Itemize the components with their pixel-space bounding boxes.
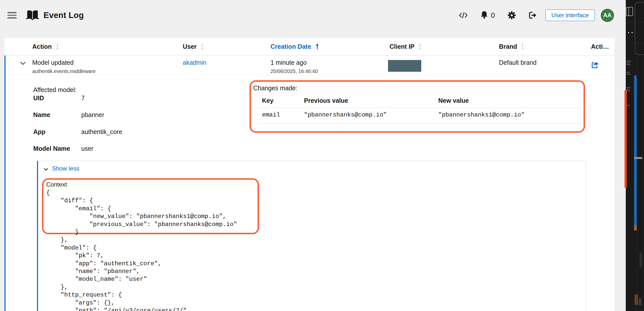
divider [626, 22, 644, 22]
user-link[interactable]: akadmin [183, 59, 206, 66]
columns-layout-icon[interactable] [626, 7, 633, 16]
cell-client-ip [390, 56, 499, 75]
dot [632, 32, 633, 33]
table-header: Action User Creation Date Client IP Bran… [4, 38, 614, 56]
event-table: Action User Creation Date Client IP Bran… [4, 38, 614, 311]
show-less-label[interactable]: Show less [52, 165, 79, 172]
share-icon [591, 62, 599, 69]
dot [628, 32, 629, 33]
event-app: authentik.events.middleware [32, 68, 183, 74]
changes-key: email [262, 112, 280, 118]
context-json: { "diff": { "email": { "new_value": "pba… [46, 189, 237, 311]
field-value: user [81, 145, 94, 152]
column-header-action[interactable]: Action [32, 38, 183, 55]
changes-title: Changes made: [253, 84, 298, 92]
changes-new-value: "pbannershanks1@comp.io" [438, 112, 525, 118]
gear-icon[interactable] [508, 11, 516, 20]
mini-scroll-track [634, 76, 637, 225]
cell-brand: Default brand [499, 56, 591, 75]
row-expand-toggle[interactable] [20, 62, 32, 66]
changes-previous-value: "pbannershanks@comp.io" [304, 112, 387, 118]
annotation-bar-edge [624, 90, 627, 188]
column-header-brand[interactable]: Brand [499, 38, 591, 55]
table-row: Model updated authentik.events.middlewar… [4, 56, 614, 75]
field-value: pbanner [81, 111, 104, 118]
changes-col-key: Key [262, 97, 274, 104]
context-card: Show less Context { "diff": { "email": {… [37, 161, 586, 311]
sort-asc-icon [315, 43, 319, 50]
sort-icon [56, 43, 59, 50]
column-header-creation-date[interactable]: Creation Date [270, 38, 390, 55]
open-event-button[interactable] [591, 62, 599, 70]
sign-out-icon[interactable] [528, 11, 537, 19]
column-header-user[interactable]: User [183, 38, 270, 55]
field-value: 7 [81, 94, 85, 102]
divider [626, 43, 644, 43]
changes-col-new: New value [438, 97, 469, 104]
divider [637, 43, 637, 311]
cell-user: akadmin [183, 56, 270, 75]
notification-count: 0 [491, 11, 495, 20]
divider [258, 108, 586, 108]
page-title: Event Log [44, 10, 84, 20]
bell-icon [480, 10, 488, 20]
event-action: Model updated [32, 59, 183, 66]
brand-name: Default brand [499, 59, 536, 66]
annotation-rect-changes [250, 80, 585, 132]
field-value: authentik_core [81, 128, 122, 136]
secondary-window-sliver [626, 0, 644, 311]
mini-scroll-end [634, 225, 637, 230]
scrollbar-thumb[interactable] [634, 157, 642, 159]
field-label: UID [33, 94, 44, 102]
context-label: Context [46, 181, 67, 188]
column-header-actions: Acti… [591, 38, 614, 55]
sort-icon [201, 43, 204, 50]
masthead: Event Log 0 [0, 0, 644, 38]
divider [642, 43, 642, 311]
changes-col-previous: Previous value [304, 97, 348, 104]
notifications-button[interactable]: 0 [480, 10, 495, 20]
chevron-down-icon [20, 62, 26, 65]
cell-creation-date: 1 minute ago 25/06/2025, 16:46:40 [270, 56, 390, 75]
divider [258, 124, 586, 124]
sort-icon [418, 43, 422, 50]
sort-icon [521, 43, 524, 50]
field-label: Name [33, 111, 50, 118]
cell-actions [591, 56, 614, 75]
user-interface-button[interactable]: User interface [546, 10, 595, 21]
window-outline [635, 2, 644, 55]
field-label: App [33, 128, 46, 136]
client-ip-redaction [388, 60, 421, 72]
column-header-client-ip[interactable]: Client IP [390, 38, 499, 55]
menu-icon[interactable] [8, 12, 16, 18]
book-logo-icon [26, 10, 39, 21]
field-label: Model Name [33, 145, 70, 152]
created-relative: 1 minute ago [270, 59, 390, 66]
created-absolute: 25/06/2025, 16:46:40 [270, 68, 390, 74]
show-less-toggle[interactable] [44, 167, 48, 172]
event-details: Affected model: UID 7 Name pbanner App a… [4, 75, 614, 311]
cell-action: Model updated authentik.events.middlewar… [32, 56, 183, 75]
avatar[interactable]: AA [601, 9, 614, 22]
affected-model-label: Affected model: [33, 86, 76, 94]
chevron-down-icon [44, 168, 48, 171]
code-icon[interactable] [459, 12, 468, 19]
